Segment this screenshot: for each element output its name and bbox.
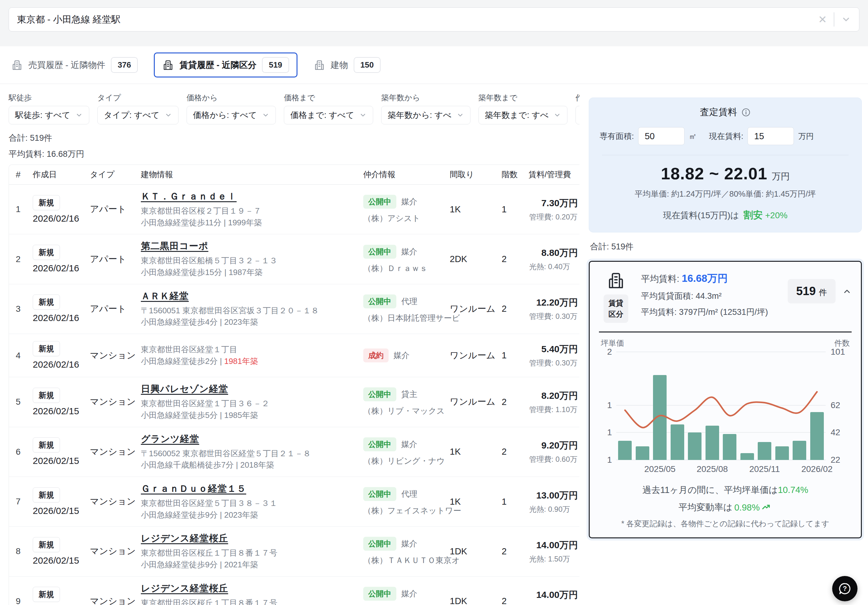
filter-label: 駅徒歩 bbox=[9, 93, 89, 103]
chevron-down-icon bbox=[262, 111, 269, 119]
table-row[interactable]: 1 新規 2026/02/16 アパート ＫＴ．Ｇｒａｎｄｅｌ 東京都世田谷区桜… bbox=[9, 184, 580, 234]
room-layout: 1DK bbox=[450, 596, 502, 605]
tab-1[interactable]: 賃貸履歴 - 近隣区分 519 bbox=[154, 53, 297, 77]
built-year: 1985年築 bbox=[224, 410, 258, 420]
rental-stats-panel[interactable]: 賃貸 区分 平均賃料:16.68万円 平均賃貸面積: 44.3m² 平均賃料: … bbox=[589, 261, 862, 538]
filter-label: 築年数まで bbox=[479, 93, 568, 103]
rent-value: 7.30万円 bbox=[529, 197, 578, 210]
filter-dropdown[interactable]: タイプ: すべて bbox=[97, 106, 178, 124]
assessment-title-row: 査定賃料 bbox=[600, 106, 851, 119]
chevron-down-icon bbox=[75, 111, 83, 119]
table-row[interactable]: 3 新規 2026/02/16 アパート ＡＲＫ経堂 〒1560051 東京都世… bbox=[9, 284, 580, 334]
building-link[interactable]: 日興パレセゾン経堂 bbox=[141, 383, 228, 395]
status-badge: 公開中 bbox=[363, 245, 396, 259]
filter-dropdown[interactable]: 作 bbox=[575, 106, 580, 124]
property-type: マンション bbox=[90, 545, 141, 557]
badge-line2: 区分 bbox=[609, 310, 623, 318]
table-row[interactable]: 2 新規 2026/02/16 アパート 第二黒田コーポ 東京都世田谷区船橋５丁… bbox=[9, 234, 580, 284]
tab-0[interactable]: 売買履歴 - 近隣物件 376 bbox=[9, 53, 140, 77]
table-row[interactable]: 4 新規 2026/02/16 マンション 東京都世田谷区経堂１丁目 小田急線経… bbox=[9, 334, 580, 377]
x-tick-label: 2026/02 bbox=[801, 464, 832, 474]
search-value: 東京都 - 小田急線 経堂駅 bbox=[17, 13, 121, 26]
right-tick: 62 bbox=[831, 400, 840, 410]
row-index: 6 bbox=[9, 447, 33, 457]
station-search-box[interactable]: 東京都 - 小田急線 経堂駅 ✕ bbox=[9, 8, 859, 31]
note-highlight: 割安 bbox=[744, 210, 763, 220]
rent-value: 14.00万円 bbox=[529, 589, 578, 601]
created-date: 2026/02/16 bbox=[33, 263, 87, 274]
deal-type: 媒介 bbox=[401, 246, 417, 257]
collapse-chevron-icon[interactable] bbox=[842, 287, 852, 296]
table-row[interactable]: 8 新規 2026/02/15 マンション レジデンス経堂桜丘 東京都世田谷区桜… bbox=[9, 527, 580, 576]
clear-search-icon[interactable]: ✕ bbox=[818, 14, 827, 25]
filter-0: 駅徒歩 駅徒歩: すべて bbox=[9, 93, 89, 124]
building-link[interactable]: ＫＴ．Ｇｒａｎｄｅｌ bbox=[141, 190, 237, 203]
filter-dropdown[interactable]: 価格まで: すべて bbox=[284, 106, 373, 124]
panel-stats: 平均賃料:16.68万円 平均賃貸面積: 44.3m² 平均賃料: 3797円/… bbox=[641, 271, 768, 318]
new-badge: 新規 bbox=[33, 487, 60, 503]
filter-1: タイプ タイプ: すべて bbox=[97, 93, 178, 124]
row-index: 3 bbox=[9, 304, 33, 314]
building-link[interactable]: ＡＲＫ経堂 bbox=[141, 290, 189, 302]
building-link[interactable]: ＧｒａｎＤｕｏ経堂１５ bbox=[141, 483, 246, 495]
current-rent-unit: 万円 bbox=[798, 131, 814, 141]
growth-prefix: 過去11ヶ月の間に、平均坪単価は bbox=[642, 485, 778, 495]
chevron-down-icon bbox=[165, 111, 172, 119]
help-chat-button[interactable]: ? bbox=[832, 576, 857, 601]
building-link[interactable]: レジデンス経堂桜丘 bbox=[141, 582, 228, 595]
x-tick-label: 2025/11 bbox=[749, 464, 780, 474]
tab-2[interactable]: 建物 150 bbox=[312, 53, 383, 77]
current-rent-input[interactable] bbox=[747, 127, 794, 145]
col-type: タイプ bbox=[90, 169, 141, 180]
building-link[interactable]: グランツ経堂 bbox=[141, 433, 199, 446]
floor-count: 1 bbox=[502, 497, 529, 507]
room-layout: ワンルーム bbox=[450, 350, 502, 362]
filter-3: 価格まで 価格まで: すべて bbox=[284, 93, 373, 124]
building-link[interactable]: 第二黒田コーポ bbox=[141, 240, 208, 252]
left-tick: 2 bbox=[607, 347, 612, 357]
building-link[interactable]: レジデンス経堂桜丘 bbox=[141, 532, 228, 545]
panel-average-rent: 平均賃料:16.68万円 bbox=[641, 272, 768, 286]
info-icon[interactable] bbox=[741, 108, 751, 117]
area-input[interactable] bbox=[638, 127, 685, 145]
property-type: アパート bbox=[90, 303, 141, 315]
assessment-card: 査定賃料 専有面積: ㎡ 現在賃料: 万円 18.82 ~ 22.01万円 bbox=[589, 97, 862, 232]
count-value: 519 bbox=[796, 285, 816, 297]
chart: 2111 101624222 2025/052025/082025/112026… bbox=[599, 352, 852, 478]
assessment-title: 査定賃料 bbox=[700, 106, 737, 119]
status-badge: 公開中 bbox=[363, 294, 396, 308]
filter-dropdown[interactable]: 価格から: すべて bbox=[187, 106, 276, 124]
room-layout: ワンルーム bbox=[450, 303, 502, 315]
avg-rent-value: 16.68万円 bbox=[682, 272, 728, 284]
table-row[interactable]: 7 新規 2026/02/15 マンション ＧｒａｎＤｕｏ経堂１５ 東京都世田谷… bbox=[9, 477, 580, 527]
table-row[interactable]: 9 新規 2026/02/15 マンション レジデンス経堂桜丘 東京都世田谷区桜… bbox=[9, 577, 580, 605]
current-rent-label: 現在賃料: bbox=[709, 131, 743, 142]
new-badge: 新規 bbox=[33, 341, 60, 356]
change-prefix: 平均変動率は bbox=[679, 501, 733, 514]
filter-6: 作成 作 bbox=[575, 93, 580, 124]
filter-dropdown[interactable]: 駅徒歩: すべて bbox=[9, 106, 89, 124]
filter-dropdown[interactable]: 築年数まで: すべ bbox=[479, 106, 568, 124]
building-icon bbox=[11, 59, 23, 71]
status-badge: 公開中 bbox=[363, 387, 396, 401]
fee-value: 光熱: 0.40万 bbox=[529, 262, 578, 272]
filter-dropdown[interactable]: 築年数から: すべ bbox=[381, 106, 470, 124]
search-dropdown-icon[interactable] bbox=[841, 14, 851, 25]
rent-value: 12.20万円 bbox=[529, 296, 578, 309]
built-year: 2023年築 bbox=[224, 317, 258, 326]
station-info: 小田急線経堂徒歩15分 | 1987年築 bbox=[141, 267, 360, 279]
row-index: 2 bbox=[9, 254, 33, 264]
station-info: 小田急線経堂徒歩9分 | 2021年築 bbox=[141, 559, 360, 571]
right-axis-ticks: 101624222 bbox=[826, 352, 852, 460]
filter-label: 価格まで bbox=[284, 93, 373, 103]
room-layout: 1K bbox=[450, 204, 502, 215]
table-row[interactable]: 5 新規 2026/02/15 マンション 日興パレセゾン経堂 東京都世田谷区経… bbox=[9, 377, 580, 427]
building-address: 〒1560052 東京都世田谷区経堂５丁目２１－８ bbox=[141, 448, 360, 460]
agent-company: （株）ＴＡＫＵＴＯ東京オ bbox=[363, 555, 447, 566]
new-badge: 新規 bbox=[33, 388, 60, 403]
average-rent: 平均賃料: 16.68万円 bbox=[9, 149, 580, 159]
table-row[interactable]: 6 新規 2026/02/15 マンション グランツ経堂 〒1560052 東京… bbox=[9, 427, 580, 477]
filter-5: 築年数まで 築年数まで: すべ bbox=[479, 93, 568, 124]
chat-question-icon: ? bbox=[838, 582, 852, 596]
property-type: マンション bbox=[90, 446, 141, 458]
